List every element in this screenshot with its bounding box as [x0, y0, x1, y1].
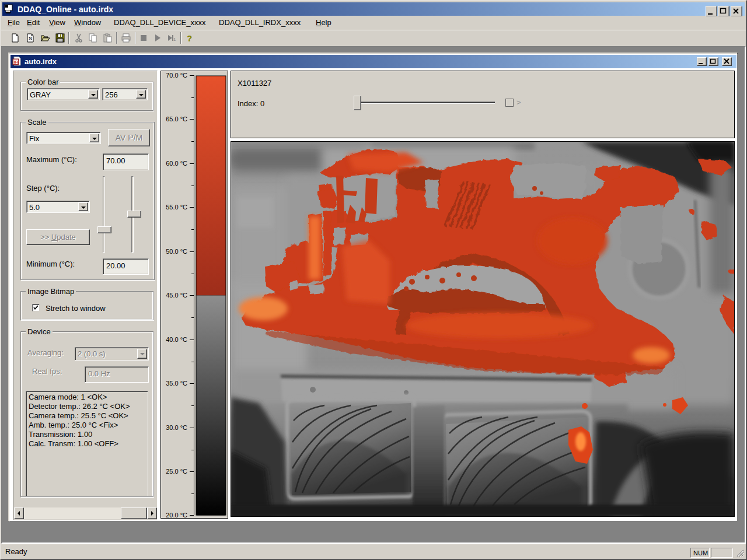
svg-text:?: ?: [187, 33, 192, 43]
svg-text:1: 1: [173, 37, 176, 42]
svg-text:IR: IR: [14, 60, 19, 65]
svg-text:S: S: [29, 36, 32, 41]
